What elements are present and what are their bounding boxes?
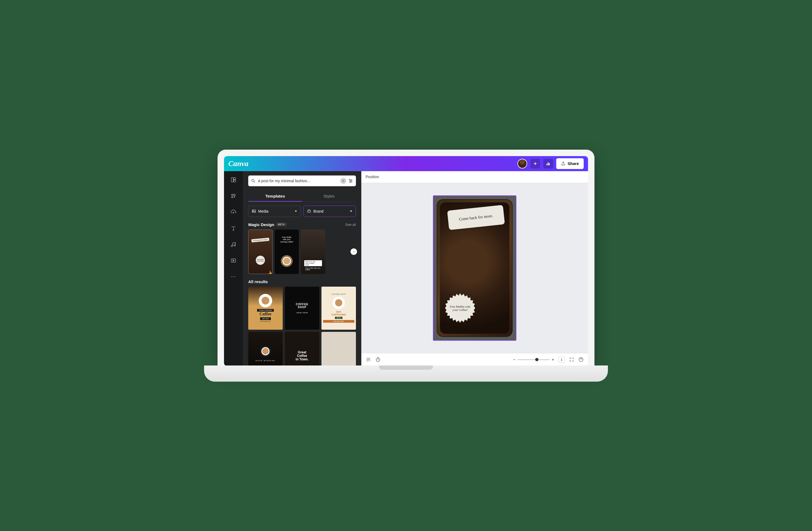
search-bar[interactable]: ✕ — [248, 176, 356, 186]
svg-point-8 — [231, 245, 233, 247]
fullscreen-icon[interactable] — [569, 357, 574, 362]
thumb-text: Free muffin with your coffee! — [304, 267, 322, 271]
template-thumb[interactable]: Start your daywith a sweettreat! Free mu… — [301, 230, 325, 274]
bottom-bar: − + 1 — [361, 353, 588, 366]
thumb-text: 123 Anywhere St. — [260, 321, 271, 322]
svg-point-15 — [349, 179, 350, 180]
magic-search-icon — [251, 178, 256, 183]
template-thumb[interactable] — [321, 332, 356, 366]
add-button[interactable] — [531, 159, 540, 168]
text-icon[interactable] — [229, 224, 238, 233]
cup-graphic — [259, 294, 272, 307]
thumb-text: GOOD MORNING — [256, 360, 275, 362]
search-input[interactable] — [258, 179, 338, 183]
all-results-title: All results — [248, 279, 268, 284]
rail — [224, 171, 243, 366]
chevron-down-icon: ▼ — [350, 210, 352, 212]
cursor-icon: 👆 — [268, 271, 273, 274]
help-icon[interactable] — [578, 357, 584, 362]
next-arrow-icon[interactable]: › — [350, 248, 357, 255]
more-icon[interactable] — [229, 272, 238, 281]
results-grid: TODAY'S PROMO Coffee GET NOW 123 Anywher… — [248, 286, 356, 366]
starburst-label[interactable]: Free Muffin with your Coffee! — [445, 293, 475, 323]
thumb-text: Coffee — [260, 312, 271, 316]
svg-rect-3 — [231, 177, 233, 182]
uploads-icon[interactable] — [229, 208, 238, 216]
media-label: Media — [258, 209, 269, 213]
timer-icon[interactable] — [375, 357, 381, 362]
svg-rect-0 — [547, 164, 547, 165]
position-button[interactable]: Position — [366, 175, 379, 179]
svg-point-9 — [234, 245, 235, 246]
svg-rect-7 — [234, 194, 235, 196]
thumb-text: Free Muffinwith yourmorning coffee! — [280, 236, 293, 243]
thumb-text: COFFEE SHOP — [331, 293, 346, 295]
side-panel: ✕ Templates Styles Media ▼ Brand ▼ Magic… — [243, 171, 361, 366]
media-filter[interactable]: Media ▼ — [248, 206, 301, 217]
elements-icon[interactable] — [229, 192, 238, 200]
canvas-area: Position Come back for more. Free Muffin… — [361, 171, 588, 366]
canvas[interactable]: Come back for more. Free Muffin with you… — [361, 183, 588, 353]
template-thumb[interactable]: GreatCoffeein Town. — [285, 332, 319, 366]
svg-rect-5 — [234, 180, 235, 182]
canvas-toolbar: Position — [361, 171, 588, 183]
artboard[interactable]: Come back for more. Free Muffin with you… — [433, 195, 517, 341]
svg-rect-20 — [308, 210, 311, 212]
thumb-text: FREE DELIVERY — [323, 320, 354, 323]
beta-badge: BETA — [276, 223, 287, 226]
svg-point-17 — [350, 182, 351, 182]
thumb-text: $5.99 — [335, 317, 342, 319]
canva-logo[interactable]: Canva — [228, 159, 248, 168]
thumb-text: Start your daywith a sweettreat! — [304, 260, 322, 266]
magic-thumbs: Come back for more. Free Muffin with Cof… — [248, 230, 356, 274]
svg-point-14 — [252, 179, 254, 182]
template-thumb[interactable]: TODAY'S PROMO Coffee GET NOW 123 Anywher… — [248, 286, 283, 330]
cup-graphic — [333, 297, 345, 309]
clear-search-icon[interactable]: ✕ — [340, 178, 346, 184]
templates-icon[interactable] — [229, 176, 238, 184]
tab-templates[interactable]: Templates — [248, 191, 302, 202]
svg-point-12 — [233, 276, 234, 277]
template-thumb[interactable]: Free Muffinwith yourmorning coffee! — [275, 230, 299, 274]
artboard-frame: Come back for more. Free Muffin with you… — [437, 199, 512, 337]
see-all-link[interactable]: See all — [345, 223, 356, 226]
image-icon — [252, 209, 256, 213]
zoom-slider[interactable]: − + — [513, 357, 554, 362]
latte-graphic — [281, 255, 293, 267]
analytics-icon[interactable] — [543, 159, 553, 168]
topbar: Canva Share — [224, 156, 588, 171]
avatar[interactable] — [518, 159, 527, 168]
svg-rect-4 — [234, 177, 235, 179]
brand-icon — [307, 209, 311, 213]
thumb-text: GET NOW — [260, 317, 271, 320]
magic-design-title: Magic Design — [248, 222, 274, 227]
share-button[interactable]: Share — [556, 158, 584, 169]
svg-point-11 — [231, 276, 232, 277]
cup-graphic — [260, 345, 271, 357]
thumb-text: HOTCAPPUCINO — [331, 311, 346, 316]
svg-point-13 — [235, 276, 235, 277]
template-thumb[interactable]: COFFEESHOP 9:00 AM - 9:00 PM — [285, 286, 319, 330]
thumb-star: Free Muffin with Coffee! — [256, 256, 265, 265]
svg-point-16 — [351, 180, 352, 181]
notes-icon[interactable] — [366, 357, 371, 362]
audio-icon[interactable] — [229, 240, 238, 249]
tabs: Templates Styles — [248, 191, 356, 202]
thumb-text: TODAY'S PROMO — [257, 309, 274, 312]
video-icon[interactable] — [229, 256, 238, 265]
tab-styles[interactable]: Styles — [302, 191, 356, 202]
thumb-text: COFFEESHOP — [296, 303, 308, 309]
svg-rect-2 — [549, 163, 550, 165]
thumb-ticket: Come back for more. — [251, 238, 270, 242]
filter-icon[interactable] — [348, 178, 353, 183]
thumb-text: 9:00 AM - 9:00 PM — [296, 312, 307, 313]
template-thumb[interactable]: Come back for more. Free Muffin with Cof… — [248, 230, 273, 274]
brand-filter[interactable]: Brand ▼ — [303, 206, 356, 217]
svg-point-6 — [232, 194, 233, 196]
thumb-text: GreatCoffeein Town. — [295, 351, 308, 362]
page-indicator[interactable]: 1 — [559, 356, 565, 363]
template-thumb[interactable]: COFFEE SHOP HOTCAPPUCINO $5.99 FREE DELI… — [321, 286, 356, 330]
chevron-down-icon: ▼ — [294, 210, 297, 212]
template-thumb[interactable]: GOOD MORNING — [248, 332, 283, 366]
share-label: Share — [567, 161, 579, 166]
